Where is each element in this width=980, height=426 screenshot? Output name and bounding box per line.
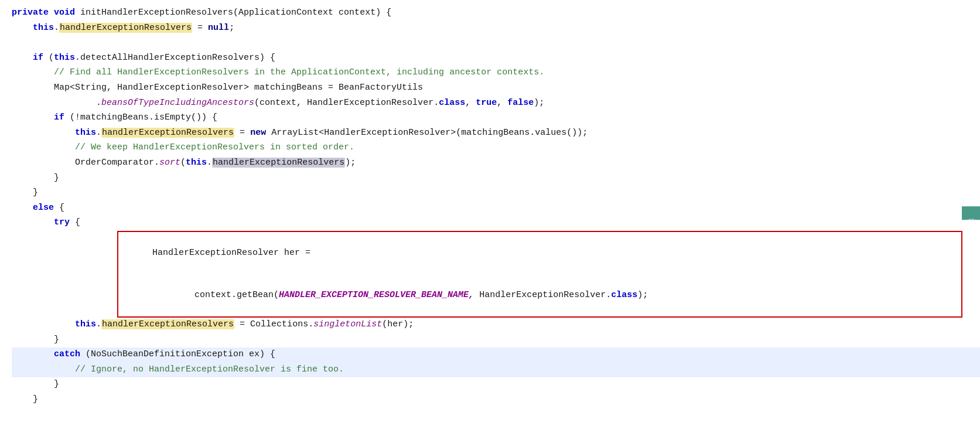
code-line-red-box: HandlerExceptionResolver her = xyxy=(118,232,961,274)
code-text xyxy=(12,36,17,50)
code-line: } xyxy=(12,393,980,408)
code-line: this.handlerExceptionResolvers = Collect… xyxy=(12,318,980,333)
code-text: try { xyxy=(12,216,80,230)
red-border-box: HandlerExceptionResolver her = context.g… xyxy=(117,231,962,318)
code-line: } xyxy=(12,171,980,186)
code-text: // Find all HandlerExceptionResolvers in… xyxy=(12,66,544,80)
code-line: } xyxy=(12,186,980,201)
code-line-red-box: context.getBean(HANDLER_EXCEPTION_RESOLV… xyxy=(118,274,961,316)
code-text: } xyxy=(12,393,38,407)
code-line: catch (NoSuchBeanDefinitionException ex)… xyxy=(12,347,980,363)
code-line xyxy=(12,36,980,51)
code-line: this.handlerExceptionResolvers = null; xyxy=(12,21,980,36)
code-line: // We keep HandlerExceptionResolvers in … xyxy=(12,141,980,156)
code-text: Map<String, HandlerExceptionResolver> ma… xyxy=(12,81,423,95)
right-label-text: 英 设 xyxy=(967,212,976,214)
code-text: // We keep HandlerExceptionResolvers in … xyxy=(12,141,354,155)
code-line: this.handlerExceptionResolvers = new Arr… xyxy=(12,126,980,141)
code-line: .beansOfTypeIncludingAncestors(context, … xyxy=(12,96,980,111)
code-line: // Ignore, no HandlerExceptionResolver i… xyxy=(12,363,980,378)
code-text: // Ignore, no HandlerExceptionResolver i… xyxy=(12,363,344,377)
code-text: } xyxy=(12,333,59,347)
code-line: OrderComparator.sort(this.handlerExcepti… xyxy=(12,156,980,171)
code-line: if (!matchingBeans.isEmpty()) { xyxy=(12,111,980,126)
code-text: } xyxy=(12,377,59,391)
code-text: .beansOfTypeIncludingAncestors(context, … xyxy=(12,96,544,110)
code-text: this.handlerExceptionResolvers = new Arr… xyxy=(12,126,588,140)
code-text: HandlerExceptionResolver her = xyxy=(152,248,310,258)
code-text: private void initHandlerExceptionResolve… xyxy=(12,6,391,20)
code-line: try { xyxy=(12,216,980,231)
code-text: this.handlerExceptionResolvers = null; xyxy=(12,21,234,35)
code-text: } xyxy=(12,186,38,200)
code-text: catch (NoSuchBeanDefinitionException ex)… xyxy=(12,347,275,362)
code-text: if (this.detectAllHandlerExceptionResolv… xyxy=(12,51,275,65)
code-line: } xyxy=(12,333,980,348)
code-text: this.handlerExceptionResolvers = Collect… xyxy=(12,318,414,332)
code-line: else { xyxy=(12,201,980,216)
code-editor: private void initHandlerExceptionResolve… xyxy=(0,0,980,413)
code-line: Map<String, HandlerExceptionResolver> ma… xyxy=(12,81,980,96)
code-line: if (this.detectAllHandlerExceptionResolv… xyxy=(12,51,980,66)
code-text: else { xyxy=(12,201,64,215)
right-sidebar-label[interactable]: 英 设 xyxy=(962,206,980,220)
code-line: } xyxy=(12,377,980,393)
code-text: if (!matchingBeans.isEmpty()) { xyxy=(12,111,217,125)
code-text: } xyxy=(12,171,59,185)
code-line: // Find all HandlerExceptionResolvers in… xyxy=(12,66,980,81)
code-text: context.getBean(HANDLER_EXCEPTION_RESOLV… xyxy=(152,290,648,300)
code-line: private void initHandlerExceptionResolve… xyxy=(12,6,980,21)
code-text: OrderComparator.sort(this.handlerExcepti… xyxy=(12,156,356,170)
